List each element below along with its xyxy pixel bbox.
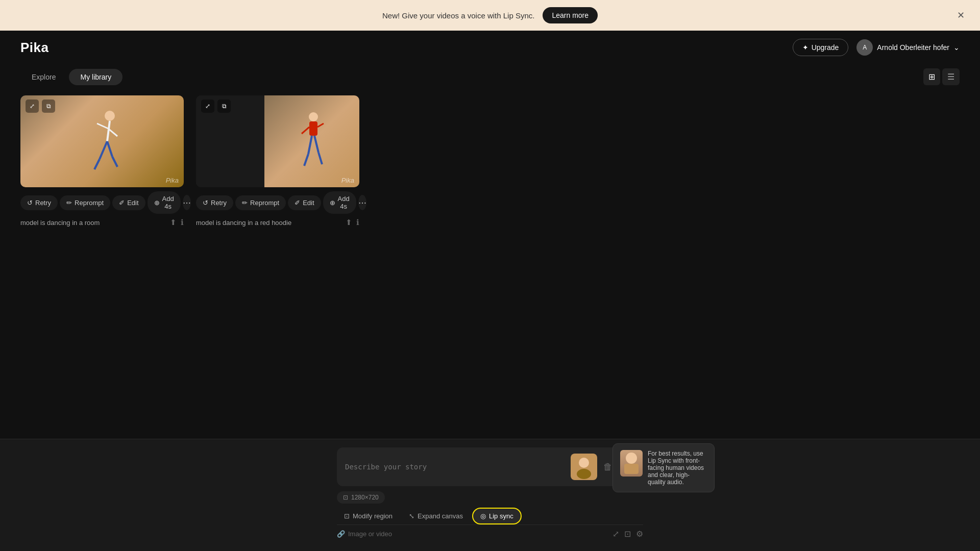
edit-button[interactable]: ✐ Edit <box>112 195 145 210</box>
reprompt-button[interactable]: ✏ Reprompt <box>60 195 110 210</box>
svg-point-19 <box>626 453 637 464</box>
retry-icon: ↺ <box>203 199 208 207</box>
svg-line-7 <box>112 157 117 167</box>
resolution-icon: ⊡ <box>343 494 348 501</box>
svg-rect-20 <box>624 464 639 474</box>
external-link-icon[interactable]: ⤢ <box>201 99 214 113</box>
lip-sync-icon: ◎ <box>480 512 486 520</box>
announcement-banner: New! Give your videos a voice with Lip S… <box>0 0 980 31</box>
reprompt-icon: ✏ <box>66 199 72 207</box>
retry-button[interactable]: ↺ Retry <box>196 195 233 210</box>
retry-button[interactable]: ↺ Retry <box>20 195 58 210</box>
grid-icon: ⊞ <box>928 72 935 81</box>
caption-text: model is dancing in a room <box>20 219 100 227</box>
dancer-figure-2-icon <box>294 106 330 177</box>
external-link-icon[interactable]: ⤢ <box>26 99 39 113</box>
prompt-input[interactable] <box>345 463 560 471</box>
more-options-button[interactable]: ⋯ <box>358 195 366 210</box>
svg-line-15 <box>318 153 322 164</box>
svg-line-11 <box>317 123 324 127</box>
more-icon: ⋯ <box>183 198 191 208</box>
video-thumbnail: ⤢ ⧉ Pika <box>196 95 359 187</box>
bottom-tools: ⊡ Modify region ⤡ Expand canvas ◎ Lip sy… <box>337 508 643 524</box>
upgrade-button[interactable]: ✦ Upgrade <box>793 39 849 56</box>
crop-icon[interactable]: ⊡ <box>624 529 631 539</box>
lipsync-tooltip: For best results, use Lip Sync with fron… <box>612 443 715 492</box>
add4s-icon: ⊕ <box>330 199 335 207</box>
modify-region-icon: ⊡ <box>344 512 350 520</box>
bottom-sub-row: ⊡ 1280×720 <box>337 491 643 504</box>
edit-button[interactable]: ✐ Edit <box>288 195 321 210</box>
delete-button[interactable]: 🗑 <box>603 462 612 472</box>
lip-sync-button[interactable]: ◎ Lip sync <box>472 508 522 524</box>
add4s-button[interactable]: ⊕ Add 4s <box>323 191 356 214</box>
more-icon: ⋯ <box>358 198 366 208</box>
reprompt-icon: ✏ <box>242 199 248 207</box>
image-preview: For best results, use Lip Sync with fron… <box>571 454 597 480</box>
svg-line-10 <box>302 127 309 134</box>
user-menu-button[interactable]: A Arnold Oberleiter hofer ⌄ <box>856 39 960 56</box>
video-actions: ↺ Retry ✏ Reprompt ✐ Edit ⊕ Add 4s ⋯ <box>196 191 359 214</box>
svg-line-6 <box>107 141 112 157</box>
video-caption: model is dancing in a room ⬆ ℹ <box>20 218 184 227</box>
expand-canvas-button[interactable]: ⤡ Expand canvas <box>402 508 470 524</box>
svg-point-18 <box>577 469 591 479</box>
add4s-icon: ⊕ <box>154 199 160 207</box>
tab-explore[interactable]: Explore <box>20 69 67 85</box>
svg-line-2 <box>97 123 108 129</box>
banner-close-button[interactable]: ✕ <box>953 8 968 22</box>
copy-icon[interactable]: ⧉ <box>42 99 55 113</box>
prompt-area: For best results, use Lip Sync with fron… <box>337 447 643 486</box>
resolution-value: 1280×720 <box>351 494 379 501</box>
settings-icon[interactable]: ⚙ <box>636 529 643 539</box>
modify-region-button[interactable]: ⊡ Modify region <box>337 508 400 524</box>
video-thumbnail: ⤢ ⧉ Pika <box>20 95 184 187</box>
reprompt-button[interactable]: ✏ Reprompt <box>235 195 286 210</box>
share-icon[interactable]: ⬆ <box>170 218 177 227</box>
avatar: A <box>856 39 873 56</box>
nav-tabs: Explore My library <box>20 65 122 85</box>
image-video-label: Image or video <box>348 530 392 538</box>
svg-line-14 <box>314 136 318 153</box>
svg-line-4 <box>100 141 107 159</box>
tooltip-face-icon <box>620 450 643 477</box>
user-name: Arnold Oberleiter hofer <box>877 43 949 52</box>
image-or-video-row: 🔗 Image or video ⤢ ⊡ ⚙ <box>337 524 643 541</box>
edit-icon: ✐ <box>295 199 300 207</box>
edit-icon: ✐ <box>119 199 125 207</box>
pika-watermark: Pika <box>341 177 354 184</box>
upgrade-star-icon: ✦ <box>802 43 808 52</box>
svg-point-17 <box>579 458 589 468</box>
info-icon[interactable]: ℹ <box>356 218 359 227</box>
svg-line-12 <box>308 136 312 154</box>
image-video-icon: 🔗 <box>337 530 345 538</box>
list-view-button[interactable]: ☰ <box>942 68 960 85</box>
svg-point-0 <box>105 111 115 121</box>
main-content: ⤢ ⧉ Pika ↺ Retry ✏ Reprompt ✐ Edit <box>0 85 980 237</box>
learn-more-button[interactable]: Learn more <box>543 7 598 23</box>
more-options-button[interactable]: ⋯ <box>183 195 191 210</box>
svg-line-1 <box>107 121 110 141</box>
header-right: ✦ Upgrade A Arnold Oberleiter hofer ⌄ <box>793 39 960 56</box>
svg-point-8 <box>309 112 318 121</box>
svg-line-3 <box>108 129 117 136</box>
svg-rect-9 <box>309 121 317 136</box>
face-thumbnail-icon <box>571 454 597 480</box>
video-grid: ⤢ ⧉ Pika ↺ Retry ✏ Reprompt ✐ Edit <box>20 95 960 227</box>
tab-my-library[interactable]: My library <box>69 69 122 85</box>
info-icon[interactable]: ℹ <box>181 218 184 227</box>
pika-watermark: Pika <box>166 177 179 184</box>
video-card: ⤢ ⧉ Pika ↺ Retry ✏ Reprompt ✐ Edit <box>20 95 184 227</box>
banner-text: New! Give your videos a voice with Lip S… <box>382 11 534 20</box>
caption-text: model is dancing in a red hoodie <box>196 219 291 227</box>
share-icon[interactable]: ⬆ <box>346 218 352 227</box>
copy-icon[interactable]: ⧉ <box>217 99 231 113</box>
add4s-button[interactable]: ⊕ Add 4s <box>148 191 181 214</box>
header: Pika ✦ Upgrade A Arnold Oberleiter hofer… <box>0 31 980 64</box>
bottom-bar: For best results, use Lip Sync with fron… <box>0 439 980 551</box>
fullscreen-icon[interactable]: ⤢ <box>612 529 619 539</box>
preview-thumbnail <box>571 454 597 480</box>
resolution-badge: ⊡ 1280×720 <box>337 491 385 504</box>
grid-view-button[interactable]: ⊞ <box>923 68 940 85</box>
video-caption: model is dancing in a red hoodie ⬆ ℹ <box>196 218 359 227</box>
